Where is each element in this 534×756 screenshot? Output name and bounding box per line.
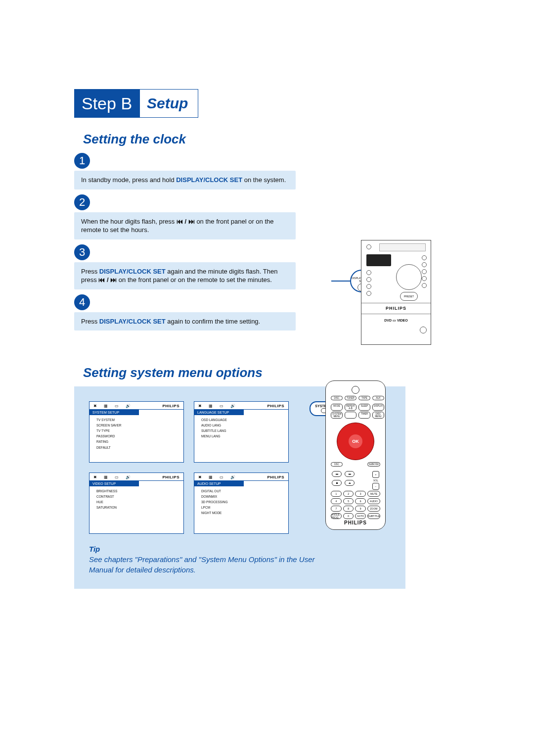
screen-icon: ▭	[220, 404, 223, 408]
remote-pill: DSC	[331, 462, 343, 467]
menu-item: SATURATION	[96, 505, 183, 510]
menu-item: LPCM	[201, 505, 288, 510]
menu-item: TV SYSTEM	[96, 417, 183, 423]
remote-pill: REPEAT A-B	[345, 404, 356, 411]
menu-item: MENU LANG	[201, 433, 288, 439]
step-text: Press	[81, 268, 99, 275]
screen-icon: ▭	[115, 404, 119, 408]
menu-card: ✖▦▭🔊PHILIPSVIDEO SETUPBRIGHTNESSCONTRAST…	[89, 472, 184, 534]
remote-brand: PHILIPS	[326, 520, 385, 525]
step-text: on the front panel or on the remote to s…	[117, 276, 272, 284]
menu-card: ✖▦▭🔊PHILIPSSYSTEM SETUPTV SYSTEMSCREEN S…	[89, 401, 184, 463]
menu-card-title: SYSTEM SETUP	[89, 410, 139, 415]
numpad-key: AUDIO	[367, 498, 380, 504]
numpad-key: MUTE	[367, 491, 380, 497]
device-button	[366, 277, 371, 282]
device-button	[366, 270, 371, 275]
device-button	[366, 291, 371, 296]
remote-pill: SUB/OSD	[367, 462, 380, 467]
skip-icons: ⏮ / ⏭	[177, 218, 195, 225]
remote-illustration: SYSTEM MENU DISCTUNERTAPEAUX MODEREPEAT …	[312, 380, 386, 534]
menu-item: RATING	[96, 439, 183, 444]
vol-label: VOL	[373, 479, 378, 482]
menu-card-title: VIDEO SETUP	[89, 481, 139, 486]
remote-pill	[345, 412, 356, 419]
preset-label: PRESET	[404, 295, 414, 298]
device-button	[422, 283, 427, 288]
device-preset: PRESET	[400, 292, 418, 301]
device-dvd-logo: DVD ▭ VIDEO	[361, 319, 431, 323]
remote-pill: AUX	[372, 396, 384, 400]
remote-row: MODEREPEAT A-BSLEEPDISPLAY	[331, 404, 380, 411]
device-illustration: DISPLAY/CLOCK SET PRESET PHILIPS DVD ▭ V…	[361, 240, 440, 349]
speaker-icon: 🔊	[126, 404, 131, 408]
step-b-badge: Step B	[75, 90, 140, 117]
device-button	[422, 276, 427, 281]
tip-heading: Tip	[89, 544, 336, 554]
menu-item: NIGHT MODE	[201, 510, 288, 516]
step-box: Press DISPLAY/CLOCK SET again to confirm…	[74, 312, 296, 331]
section-title-menu: Setting system menu options	[83, 365, 470, 380]
callout-line	[331, 281, 351, 282]
tool-icon: ✖	[93, 475, 97, 479]
menu-card-list: BRIGHTNESSCONTRASTHUESATURATION	[96, 488, 183, 510]
clock-steps: 1 In standby mode, press and hold DISPLA…	[74, 153, 381, 331]
menu-card-title: AUDIO SETUP	[194, 481, 244, 486]
speaker-icon: 🔊	[126, 475, 131, 479]
step-box: Press DISPLAY/CLOCK SET again and the mi…	[74, 262, 296, 289]
device-body: PRESET PHILIPS DVD ▭ VIDEO	[361, 240, 431, 345]
device-button	[422, 262, 427, 267]
numpad-key: 3	[355, 491, 366, 497]
grid-icon: ▦	[209, 404, 213, 408]
ok-button: OK	[349, 434, 362, 448]
remote-pill: DISC MENU	[372, 412, 384, 419]
remote-pill: TAPE	[358, 396, 370, 400]
menu-item: DIGITAL OUT	[201, 488, 288, 494]
step-header: Step B Setup	[74, 89, 198, 118]
speaker-icon: 🔊	[230, 404, 235, 408]
step-text: again to confirm the time setting.	[166, 318, 260, 325]
screen-icon: ▭	[115, 475, 119, 479]
step-number: 2	[74, 194, 90, 210]
vol-down-icon: −	[372, 483, 379, 490]
step-number: 3	[74, 244, 90, 260]
step-bold: DISPLAY/CLOCK SET	[99, 318, 166, 325]
menu-card-list: DIGITAL OUTDOWNMIX3D PROCESSINGLPCMNIGHT…	[201, 488, 288, 516]
menu-card: ✖▦▭🔊PHILIPSLANGUAGE SETUPOSD LANGUAGEAUD…	[194, 401, 289, 463]
menu-item: OSD LANGUAGE	[201, 417, 288, 423]
remote-pill: MODE	[331, 404, 343, 411]
device-dial	[396, 264, 422, 290]
remote-pill: DISPLAY	[372, 404, 384, 411]
device-button	[420, 327, 427, 333]
remote-body: DISCTUNERTAPEAUX MODEREPEAT A-BSLEEPDISP…	[325, 380, 386, 530]
remote-pill: SYSTEM MENU	[331, 412, 343, 419]
dpad: OK	[337, 423, 374, 460]
remote-pill: TUNER	[345, 396, 356, 400]
step-text: When the hour digits flash, press	[81, 218, 177, 225]
device-display	[366, 254, 391, 266]
numpad-key: 5	[343, 498, 354, 504]
step-bold: DISPLAY/CLOCK SET	[176, 176, 242, 184]
step-box: In standby mode, press and hold DISPLAY/…	[74, 171, 296, 189]
menu-item: 3D PROCESSING	[201, 499, 288, 505]
screen-icon: ▭	[220, 475, 223, 479]
menu-item: CONTRAST	[96, 494, 183, 499]
menu-item: TV TYPE	[96, 428, 183, 433]
next-icon: ⏭	[345, 471, 355, 477]
numpad-key: 2	[343, 491, 354, 497]
tip-block: Tip See chapters "Preparations" and "Sys…	[89, 544, 336, 575]
numpad: 123MUTE456AUDIO789ZOOMANGLE PROG0GOTOSUB…	[331, 491, 380, 519]
grid-icon: ▦	[209, 475, 213, 479]
numpad-key: 7	[331, 506, 342, 512]
numpad-key: 4	[331, 498, 342, 504]
menu-card-icons: ✖▦▭🔊PHILIPS	[194, 402, 288, 410]
step-text: Press	[81, 318, 99, 325]
numpad-key: ANGLE PROG	[331, 513, 342, 519]
menu-item: HUE	[96, 499, 183, 505]
remote-pill: TIMER	[358, 412, 370, 419]
grid-icon: ▦	[104, 404, 108, 408]
menu-item: AUDIO LANG	[201, 423, 288, 428]
step-text: In standby mode, press and hold	[81, 176, 176, 184]
numpad-key: ZOOM	[367, 506, 380, 512]
menu-card-title: LANGUAGE SETUP	[194, 410, 244, 415]
